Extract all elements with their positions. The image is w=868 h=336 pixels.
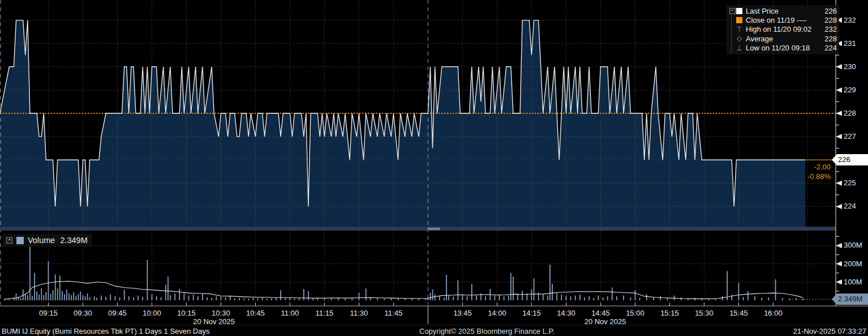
price-axis-label: 225 [844,178,856,187]
volume-bar [110,295,111,300]
volume-bar [20,298,22,300]
volume-bar [96,298,97,301]
volume-bar [53,290,54,300]
volume-bar [62,291,63,300]
volume-bar [78,294,79,300]
last-price-swatch [736,8,742,14]
volume-bar [142,297,143,300]
time-axis-label: 14:00 [488,309,506,317]
volume-bar [59,276,61,301]
volume-bar [418,299,419,300]
volume-tick-arrow [836,243,842,248]
volume-bar [448,296,449,300]
volume-bar [294,299,295,300]
pane-splitter [0,227,836,231]
volume-legend: ▪ Volume 2.349M [3,234,92,247]
volume-bar [435,295,436,300]
render-timestamp: 21-Nov-2025 07:33:27 [793,327,866,335]
volume-bar [588,296,590,300]
status-bar: BUMI IJ Equity (Bumi Resources Tbk PT) 1… [0,325,868,336]
legend-row-last-price: − Last Price 226 [728,6,837,15]
volume-bar [207,297,208,300]
volume-bar [89,297,91,300]
volume-bar [66,290,67,300]
volume-bar [197,296,199,300]
volume-bar [738,283,740,300]
volume-bar [225,297,226,300]
volume-bar [471,284,472,300]
splitter-grip [427,229,440,229]
volume-bar [476,296,477,300]
time-axis-label: 15:00 [626,309,644,317]
volume-bar [510,273,512,300]
volume-bar [607,296,608,300]
volume-bar [377,299,378,301]
volume-bar [499,295,500,300]
volume-axis-label: 200M [844,260,862,268]
time-axis-label: 11:30 [350,309,368,317]
legend-collapse-icon[interactable]: − [729,8,736,14]
volume-bar [193,295,194,300]
volume-bar [453,297,454,300]
volume-legend-expander-icon[interactable]: ▪ [6,237,12,244]
volume-bar [41,288,42,300]
time-axis-label: 11:45 [385,309,403,317]
volume-bar [768,297,770,300]
price-axis-label: 231 [844,39,856,48]
date-axis-label: 20 Nov 2025 [193,317,235,326]
time-axis-label: 14:15 [522,309,541,317]
volume-bar [73,292,74,300]
volume-bar [57,288,58,300]
volume-bar [462,295,463,300]
legend-tree-line [731,15,732,53]
volume-bar [262,297,263,300]
volume-bar [312,299,313,301]
volume-bar [575,296,576,300]
volume-bar [271,299,272,301]
change-percent: -0.88% [807,172,831,181]
bloomberg-chart-window: − Last Price 226 Close on 11/19 ---- 228… [0,0,868,336]
volume-bar [239,298,240,300]
volume-bar [55,274,56,300]
volume-legend-label: Volume [28,236,55,245]
volume-bar [165,285,166,300]
volume-bar [727,271,728,301]
volume-bar [549,265,551,300]
volume-bar [243,299,244,300]
volume-bar [161,297,162,300]
volume-bar [290,298,291,300]
volume-bar [167,277,169,300]
volume-bar [754,296,755,300]
volume-bar [156,296,157,300]
volume-bar [446,275,447,300]
volume-bar [398,299,399,301]
time-axis-label: 09:15 [39,309,58,317]
volume-bar [660,296,661,300]
volume-bar [552,284,553,300]
volume-bar [184,293,185,301]
last-price-badge: 226 [837,154,868,165]
volume-bar [370,298,371,300]
volume-tick-arrow [836,261,842,266]
time-axis-label: 10:00 [143,309,161,317]
time-axis-label: 11:15 [316,309,334,317]
volume-bar [430,293,431,301]
volume-bar [444,297,445,300]
time-axis-label: 14:45 [591,309,610,317]
volume-bar [280,290,281,300]
volume-bar [32,296,33,300]
badge-arrow-icon [832,154,837,165]
volume-bar [115,296,116,300]
average-marker-icon: ◇ [736,35,742,42]
volume-bar [598,296,599,300]
price-axis-label: 232 [844,16,856,24]
volume-bar [71,295,72,300]
volume-bar [211,298,212,300]
volume-bar [639,298,641,300]
volume-bar [694,298,695,300]
splitter-grip [427,228,440,228]
volume-bar [75,296,76,300]
volume-bar [681,297,682,300]
legend-value: 232 [824,25,837,33]
volume-bar [85,296,86,300]
